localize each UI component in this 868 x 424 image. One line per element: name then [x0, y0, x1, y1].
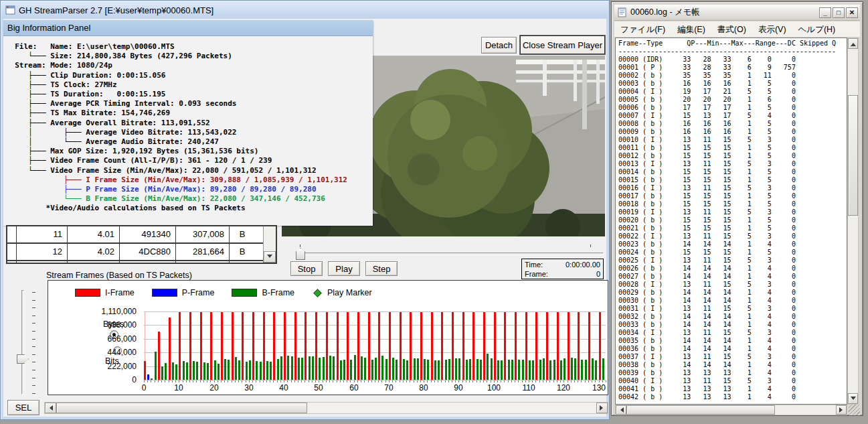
notepad-vscrollbar[interactable]	[847, 38, 859, 405]
table-row[interactable]: 124.024DC880281,664B	[7, 244, 276, 261]
frame-bar	[340, 360, 342, 380]
x-tick	[347, 380, 347, 382]
menu-help[interactable]: ヘルプ(H)	[792, 22, 842, 37]
trackbar-thumb[interactable]	[296, 248, 305, 260]
frame-bar	[207, 363, 209, 380]
x-tick	[246, 380, 246, 382]
maximize-button[interactable]: □	[833, 7, 845, 18]
frame-bar	[535, 312, 537, 380]
vscroll-down-button[interactable]	[848, 393, 858, 404]
frame-bar	[595, 360, 597, 380]
close-button[interactable]: ✕	[846, 7, 858, 18]
close-stream-player-button[interactable]: Close Stream Player	[520, 36, 605, 54]
frame-bar	[560, 360, 562, 380]
slider-tick	[32, 354, 35, 355]
table-scrollbar[interactable]	[263, 226, 276, 263]
frame-bar	[232, 312, 234, 380]
x-tick	[585, 380, 586, 382]
frame-bar	[218, 364, 220, 380]
legend-b-frame: B-Frame	[262, 288, 294, 297]
vscroll-up-button[interactable]	[848, 38, 858, 49]
notepad-hscrollbar[interactable]	[615, 405, 847, 415]
table-row[interactable]: 114.01491340307,008B	[7, 226, 276, 244]
hscroll-right-button[interactable]	[596, 403, 608, 413]
x-tick	[189, 380, 190, 382]
notepad-titlebar[interactable]: 00060.log - メモ帳 _ □ ✕	[614, 5, 860, 21]
desktop: GH StreamParser 2.7 [E:¥user¥temp¥00060.…	[0, 0, 868, 424]
x-tick	[326, 380, 327, 382]
vscroll-thumb[interactable]	[848, 95, 858, 216]
hscroll-left-button[interactable]	[616, 405, 626, 415]
x-tick	[420, 380, 421, 382]
frame-bar	[549, 360, 551, 380]
x-tick	[210, 380, 211, 382]
table-row[interactable]: 135.00521C401,101,312I	[7, 261, 276, 264]
x-tick-label: 20	[209, 383, 218, 393]
x-tick	[494, 380, 495, 382]
info-panel-header: Big Information Panel	[3, 20, 373, 36]
chart-hscrollbar[interactable]	[44, 402, 608, 414]
step-button[interactable]: Step	[365, 261, 398, 276]
info-lines: File: Name: E:\user\temp\00060.MTS └─── …	[3, 37, 373, 226]
x-tick	[557, 380, 557, 382]
stop-button[interactable]: Stop	[290, 261, 323, 276]
hscroll-thumb[interactable]	[56, 403, 307, 413]
menu-view[interactable]: 表示(V)	[752, 22, 792, 37]
frame-bar	[389, 312, 391, 380]
sel-slider-thumb[interactable]	[17, 354, 29, 364]
frame-bar	[487, 354, 489, 380]
sel-slider-track[interactable]	[21, 290, 24, 395]
arrow-left-icon	[47, 405, 53, 411]
x-tick	[529, 380, 529, 382]
frame-bar	[585, 360, 587, 380]
y-tick-label: 888,000	[108, 320, 137, 330]
x-tick	[549, 380, 550, 382]
frame-bar	[511, 360, 513, 380]
x-tick	[434, 380, 435, 382]
chart-plot	[144, 311, 606, 380]
hscroll-left-button[interactable]	[45, 403, 56, 413]
sel-button[interactable]: SEL	[7, 400, 39, 415]
frame-bar	[144, 361, 146, 380]
x-tick-label: 130	[592, 383, 606, 393]
x-tick-label: 80	[419, 383, 428, 393]
menu-file[interactable]: ファイル(F)	[614, 22, 671, 37]
x-tick	[186, 380, 187, 382]
x-tick	[431, 380, 432, 382]
frame-bar	[525, 312, 527, 380]
resize-grip[interactable]	[849, 405, 860, 415]
hscroll-right-button[interactable]	[836, 405, 847, 415]
x-tick	[291, 380, 292, 382]
hscroll-thumb[interactable]	[626, 405, 775, 415]
detach-button[interactable]: Detach	[481, 37, 517, 54]
info-line: └─── B Frame Size (Min/Ave/Max): 22,080 …	[6, 194, 373, 204]
frame-bar	[242, 312, 244, 380]
x-tick	[480, 380, 481, 382]
x-tick	[571, 380, 572, 382]
frame-bar	[381, 356, 383, 380]
play-button[interactable]: Play	[328, 261, 360, 276]
frame-bar	[472, 312, 474, 380]
log-textarea[interactable]: Frame--Type QP---Min---Max---Range---DC …	[615, 38, 847, 405]
slider-tick	[32, 362, 35, 362]
menu-format[interactable]: 書式(O)	[711, 22, 752, 37]
frame-bar	[291, 356, 293, 380]
table-scroll-down-button[interactable]	[264, 251, 276, 263]
slider-tick	[32, 331, 35, 332]
frame-bar	[392, 358, 394, 380]
info-line: │ ├─── Average Video Bitrate: 113,543,02…	[6, 128, 373, 137]
minimize-button[interactable]: _	[819, 7, 831, 18]
x-tick-label: 30	[244, 383, 253, 393]
frame-bar	[483, 312, 485, 380]
x-tick	[574, 380, 575, 382]
x-tick	[161, 380, 162, 382]
big-information-panel: Big Information Panel File: Name: E:\use…	[3, 20, 373, 226]
arrow-down-icon	[851, 397, 856, 403]
menu-edit[interactable]: 編集(E)	[671, 22, 711, 37]
x-tick	[403, 380, 404, 382]
main-titlebar[interactable]: GH StreamParser 2.7 [E:¥user¥temp¥00060.…	[1, 1, 608, 19]
log-text: Frame--Type QP---Min---Max---Range---DC …	[618, 40, 847, 401]
x-tick	[270, 380, 270, 382]
x-tick	[183, 380, 183, 382]
frame-bar	[494, 312, 496, 380]
